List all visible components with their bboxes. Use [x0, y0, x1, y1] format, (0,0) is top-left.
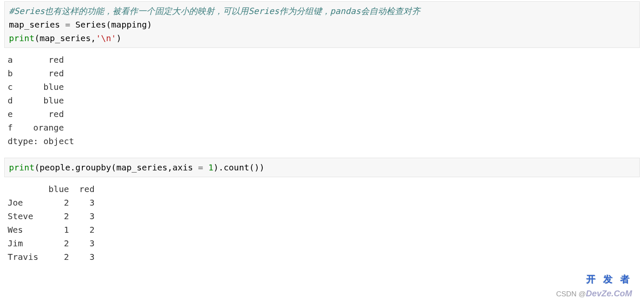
code-cell-1: #Series也有这样的功能，被看作一个固定大小的映射，可以用Series作为分… — [4, 1, 640, 48]
code-ident: ).count()) — [214, 162, 264, 173]
code-builtin: print — [9, 33, 34, 43]
code-op: = — [65, 20, 70, 30]
code-string: '\n' — [96, 33, 116, 43]
code-builtin: print — [9, 162, 34, 173]
code-comment: #Series也有这样的功能，被看作一个固定大小的映射，可以用Series作为分… — [9, 6, 420, 16]
code-cell-2: print(people.groupby(map_series,axis = 1… — [4, 158, 640, 177]
code-ident: ) — [116, 33, 121, 43]
code-ident: (people.groupby(map_series,axis — [34, 162, 198, 173]
code-ident: map_series — [9, 20, 65, 30]
code-ident: Series(mapping) — [70, 20, 152, 30]
code-ident — [203, 162, 208, 173]
code-op: = — [198, 162, 203, 173]
code-ident: (map_series, — [34, 33, 96, 43]
output-cell-1: a red b red c blue d blue e red f orange… — [0, 51, 644, 156]
output-cell-2: blue red Joe 2 3 Steve 2 3 Wes 1 2 Jim 2… — [0, 181, 644, 272]
code-number: 1 — [208, 162, 214, 173]
